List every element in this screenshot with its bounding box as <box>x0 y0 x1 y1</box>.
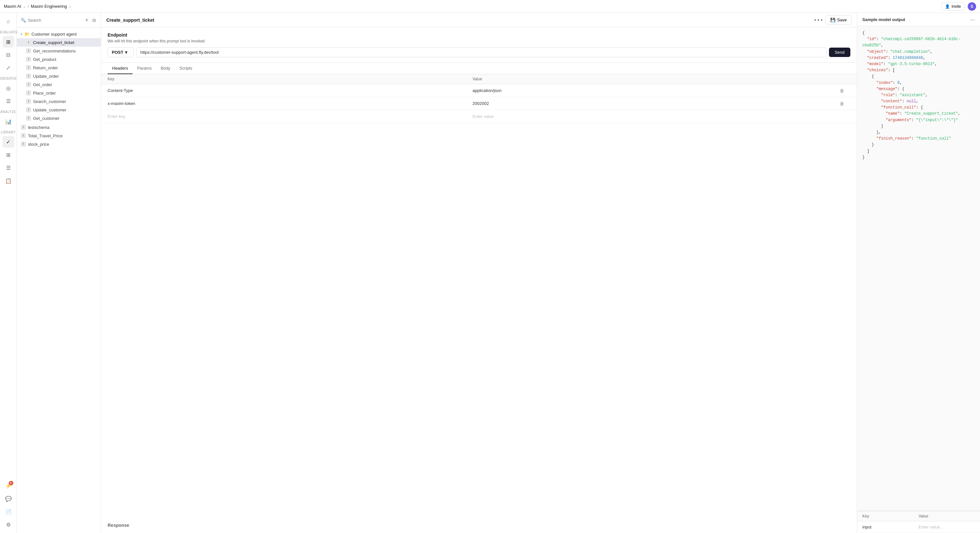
nav-search-bar: 🔍 + ⊟ <box>17 13 101 27</box>
user-plus-icon: 👤 <box>945 4 950 9</box>
file-icon-2: f <box>26 57 31 62</box>
nav-item-get-customer[interactable]: f Get_customer <box>17 114 101 122</box>
add-item-button[interactable]: + <box>84 16 89 24</box>
file-icon-6: f <box>26 90 31 95</box>
home-icon: ⌂ <box>7 19 10 24</box>
db-icon: ⊞ <box>6 152 10 158</box>
nav-item-stock-price[interactable]: f stock_price <box>17 140 101 148</box>
nav-item-label-5: Get_order <box>33 82 52 87</box>
more-options-button[interactable]: • • • <box>814 16 823 25</box>
nav-item-label-4: Update_order <box>33 74 59 79</box>
collapse-sidebar-button[interactable]: ⊟ <box>91 16 97 25</box>
file-icon-7: f <box>26 99 31 104</box>
row-0-key: Content-Type <box>108 86 473 95</box>
right-panel-header: Sample model output — <box>857 13 980 26</box>
minimize-button[interactable]: — <box>970 17 975 22</box>
kv-section: Key Value input Enter value... <box>857 511 980 533</box>
save-label: Save <box>837 17 847 22</box>
nav-item-search-customer[interactable]: f Search_customer <box>17 97 101 106</box>
delete-row-0-button[interactable]: 🗑 <box>837 86 846 95</box>
method-select[interactable]: POST ▾ <box>108 47 134 57</box>
nav-item-create-support-ticket[interactable]: f Create_support_ticket <box>17 38 101 47</box>
sidebar-item-home[interactable]: ⌂ <box>3 16 14 27</box>
right-panel-title: Sample model output <box>862 17 905 22</box>
invite-button[interactable]: 👤 Invite <box>942 2 964 11</box>
library-icon: ✓ <box>6 139 10 145</box>
response-label: Response <box>108 523 129 528</box>
nav-sidebar: 🔍 + ⊟ ▾ 📁 Customer support agent f Creat… <box>17 13 101 533</box>
table-row: x-maxim-token 2002002 🗑 <box>101 97 857 110</box>
topbar: Maxim AI ⌄ / Maxim Engineering ⌄ 👤 Invit… <box>0 0 980 13</box>
placeholder-key[interactable]: Enter key <box>108 111 473 121</box>
endpoint-label: Endpoint <box>108 32 850 38</box>
nav-item-get-product[interactable]: f Get_product <box>17 55 101 63</box>
observe-section-label: OBSERVE <box>0 75 16 81</box>
nav-item-return-order[interactable]: f Return_order <box>17 63 101 72</box>
nav-item-label-8: Update_customer <box>33 108 67 113</box>
sidebar-item-notes[interactable]: 📄 <box>3 506 14 517</box>
kv-value-input[interactable]: Enter value... <box>919 525 975 530</box>
save-button[interactable]: 💾 Save <box>826 15 852 25</box>
sidebar-item-table[interactable]: ⊟ <box>3 49 14 60</box>
col-header-key: Key <box>108 77 473 81</box>
content-main: Endpoint We will hit this endpoint when … <box>101 27 857 533</box>
lib-icon-2: f <box>21 141 26 147</box>
delete-row-1-button[interactable]: 🗑 <box>837 99 846 108</box>
sidebar-item-library[interactable]: ✓ <box>3 136 14 148</box>
chat-icon: 💬 <box>5 496 12 502</box>
content-header: Create_support_ticket • • • 💾 Save <box>101 13 857 27</box>
nav-item-update-customer[interactable]: f Update_customer <box>17 106 101 114</box>
file-icon-4: f <box>26 73 31 79</box>
nav-item-place-order[interactable]: f Place_order <box>17 89 101 97</box>
sidebar-item-chat[interactable]: 💬 <box>3 493 14 504</box>
chart-icon: ⤢ <box>6 65 10 71</box>
file-icon-3: f <box>26 65 31 70</box>
docs-icon: ☰ <box>6 165 11 171</box>
avatar[interactable]: S <box>968 2 976 11</box>
sidebar-item-docs2[interactable]: 📋 <box>3 175 14 187</box>
nav-item-get-recommendations[interactable]: f Get_recommendations <box>17 47 101 55</box>
nav-item-testschema[interactable]: f testschema <box>17 123 101 132</box>
endpoint-description: We will hit this endpoint when this prom… <box>108 39 850 43</box>
sidebar-item-lightning[interactable]: ⚡ 5 <box>3 480 14 492</box>
sidebar-item-observe[interactable]: ◎ <box>3 82 14 94</box>
table-icon: ⊟ <box>6 52 10 58</box>
placeholder-value[interactable]: Enter value <box>473 111 837 121</box>
right-panel: Sample model output — { "id": "chatcmpl-… <box>857 13 980 533</box>
nav-item-label-2: Get_product <box>33 57 56 62</box>
nav-item-get-order[interactable]: f Get_order <box>17 80 101 89</box>
page-title: Create_support_ticket <box>106 17 154 23</box>
nav-item-total-travel-price[interactable]: f Total_Travel_Price <box>17 132 101 140</box>
save-icon: 💾 <box>830 17 835 22</box>
row-1-key: x-maxim-token <box>108 98 473 108</box>
sidebar-item-db[interactable]: ⊞ <box>3 149 14 160</box>
sidebar-item-settings[interactable]: ⚙ <box>3 519 14 530</box>
sidebar-item-docs[interactable]: ☰ <box>3 162 14 174</box>
kv-col-key: Key <box>862 514 919 519</box>
url-input[interactable] <box>136 47 826 57</box>
topbar-right: 👤 Invite S <box>942 2 976 11</box>
row-1-value: 2002002 <box>473 98 837 108</box>
sidebar-item-list[interactable]: ☰ <box>3 95 14 107</box>
tab-headers[interactable]: Headers <box>108 63 132 74</box>
method-label: POST <box>112 50 123 55</box>
send-button[interactable]: Send <box>829 48 850 57</box>
nav-folder-header[interactable]: ▾ 📁 Customer support agent <box>17 30 101 38</box>
sidebar-item-chart[interactable]: ⤢ <box>3 62 14 73</box>
tab-scripts[interactable]: Scripts <box>175 63 197 74</box>
tab-body[interactable]: Body <box>156 63 175 74</box>
nav-item-update-order[interactable]: f Update_order <box>17 72 101 80</box>
nav-lib-label-2: stock_price <box>28 142 49 147</box>
search-input[interactable] <box>28 18 82 23</box>
list-icon: ☰ <box>6 98 11 104</box>
sidebar-item-analyze[interactable]: 📊 <box>3 116 14 127</box>
nav-item-label-9: Get_customer <box>33 116 60 121</box>
folder-icon: 📁 <box>24 32 30 36</box>
tab-params[interactable]: Params <box>132 63 156 74</box>
brand-chevron-icon[interactable]: ⌄ <box>23 5 25 8</box>
topbar-left: Maxim AI ⌄ / Maxim Engineering ⌄ <box>4 4 71 9</box>
workspace-chevron-icon[interactable]: ⌄ <box>69 5 71 8</box>
nav-folder-customer-support: ▾ 📁 Customer support agent f Create_supp… <box>17 30 101 122</box>
sidebar-item-evaluate[interactable]: ⊞ <box>3 36 14 48</box>
col-header-actions <box>837 77 850 81</box>
